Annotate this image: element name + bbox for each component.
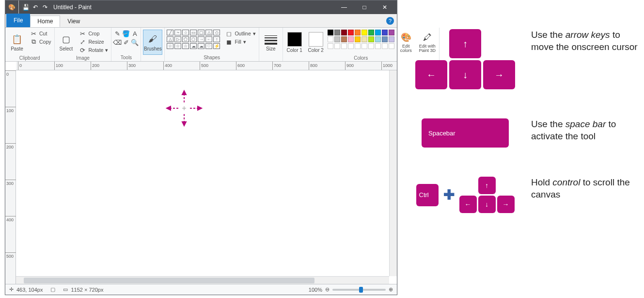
instruction-text-spacebar: Use the space bar to activate the tool — [531, 118, 640, 142]
status-cursor-pos: ✛ 463, 104px — [9, 286, 43, 293]
close-button[interactable]: ✕ — [375, 0, 395, 14]
text-tool-icon[interactable]: A — [131, 30, 139, 37]
instruction-text-arrows: Use the arrow keys to move the onscreen … — [531, 29, 640, 53]
palette-swatch[interactable] — [355, 30, 361, 35]
palette-swatch[interactable] — [375, 43, 381, 49]
ruler-horizontal: 01002003004005006007008009001000 — [16, 62, 397, 70]
palette-swatch[interactable] — [348, 36, 354, 42]
paste-label: Paste — [11, 46, 23, 51]
mini-right-arrow-key-icon: → — [497, 196, 515, 213]
maximize-button[interactable]: □ — [354, 0, 375, 14]
zoom-slider[interactable] — [332, 289, 386, 291]
scrollbar-horizontal[interactable] — [16, 276, 389, 284]
zoom-value: 100% — [309, 287, 322, 293]
minimize-button[interactable]: — — [334, 0, 354, 14]
tab-strip: File Home View ? — [5, 14, 397, 28]
picker-tool-icon[interactable]: ✐ — [122, 38, 130, 46]
palette-swatch[interactable] — [382, 43, 388, 49]
minimize-icon: — — [341, 4, 347, 11]
color2-button[interactable]: Color 2 — [306, 30, 326, 55]
palette-swatch[interactable] — [368, 43, 374, 49]
palette-swatch[interactable] — [355, 36, 361, 42]
resize-button[interactable]: ⤢Resize — [78, 38, 110, 46]
select-label: Select — [60, 46, 73, 51]
cut-button[interactable]: ✂Cut — [29, 30, 52, 37]
palette-swatch[interactable] — [328, 36, 333, 42]
ruler-vertical: 0100200300400500600 — [5, 70, 16, 284]
color2-label: Color 2 — [308, 48, 324, 53]
palette-swatch[interactable] — [334, 36, 340, 42]
palette-swatch[interactable] — [334, 43, 340, 49]
palette-swatch[interactable] — [348, 43, 354, 49]
tab-file[interactable]: File — [6, 14, 30, 27]
palette-swatch[interactable] — [361, 36, 367, 42]
ribbon-group-clipboard: 📋 Paste ✂Cut ⧉Copy Clipboard — [5, 28, 55, 61]
zoom-slider-knob[interactable] — [359, 287, 363, 293]
zoom-in-button[interactable]: ⊕ — [389, 286, 393, 293]
scroll-thumb[interactable] — [24, 278, 314, 283]
scrollbar-vertical[interactable] — [389, 70, 397, 276]
titlebar: 🎨 💾 ↶ ↷ Untitled - Paint — □ ✕ — [5, 0, 397, 14]
crop-button[interactable]: ✂Crop — [78, 30, 110, 37]
status-selection: ▢ — [50, 286, 55, 293]
fill-tool-icon[interactable]: 🪣 — [122, 30, 130, 37]
help-button[interactable]: ? — [386, 17, 394, 25]
palette-swatch[interactable] — [375, 30, 381, 35]
palette-swatch[interactable] — [389, 43, 394, 49]
work-area: 0100200300400500600 — [5, 70, 397, 284]
palette-swatch[interactable] — [341, 43, 347, 49]
palette-swatch[interactable] — [368, 36, 374, 42]
brushes-label: Brushes — [144, 46, 162, 51]
color1-button[interactable]: Color 1 — [285, 30, 304, 55]
shapes-group-label: Shapes — [167, 54, 256, 61]
palette-swatch[interactable] — [389, 36, 394, 42]
palette-swatch[interactable] — [389, 30, 394, 35]
tab-home[interactable]: Home — [30, 16, 60, 27]
rotate-button[interactable]: ⟳Rotate ▾ — [78, 46, 110, 54]
color1-label: Color 1 — [287, 48, 302, 53]
selection-icon: ▢ — [50, 286, 55, 293]
brushes-button[interactable]: 🖌 Brushes — [143, 30, 162, 55]
tab-view[interactable]: View — [60, 16, 87, 27]
palette-swatch[interactable] — [368, 30, 374, 35]
crosshair-icon: ✛ — [9, 286, 14, 293]
tools-group-label: Tools — [113, 54, 139, 61]
pencil-tool-icon[interactable]: ✎ — [113, 30, 121, 37]
status-bar: ✛ 463, 104px ▢ ▭ 1152 × 720px 100% ⊖ ⊕ — [5, 284, 397, 295]
redo-icon[interactable]: ↷ — [42, 4, 48, 11]
zoom-out-button[interactable]: ⊖ — [325, 286, 330, 293]
color-palette[interactable] — [328, 30, 394, 49]
outline-button[interactable]: ◻Outline ▾ — [224, 30, 256, 37]
palette-swatch[interactable] — [382, 36, 388, 42]
palette-swatch[interactable] — [382, 30, 388, 35]
copy-button[interactable]: ⧉Copy — [29, 38, 52, 46]
edit-colors-icon: 🎨 — [400, 32, 412, 43]
palette-swatch[interactable] — [361, 30, 367, 35]
size-button[interactable]: Size — [261, 30, 281, 55]
palette-swatch[interactable] — [334, 30, 340, 35]
select-button[interactable]: ▢ Select — [57, 30, 76, 55]
fill-button[interactable]: ◼Fill ▾ — [224, 38, 256, 46]
palette-swatch[interactable] — [341, 30, 347, 35]
palette-swatch[interactable] — [348, 30, 354, 35]
palette-swatch[interactable] — [328, 43, 333, 49]
down-arrow-key-icon: ↓ — [449, 60, 481, 89]
palette-swatch[interactable] — [328, 30, 333, 35]
zoom-tool-icon[interactable]: 🔍 — [131, 38, 139, 46]
paste-button[interactable]: 📋 Paste — [7, 30, 27, 55]
eraser-tool-icon[interactable]: ⌫ — [113, 38, 121, 46]
undo-icon[interactable]: ↶ — [32, 4, 39, 11]
palette-swatch[interactable] — [375, 36, 381, 42]
left-arrow-key-icon: ← — [415, 60, 447, 89]
palette-swatch[interactable] — [341, 36, 347, 42]
image-group-label: Image — [57, 55, 110, 62]
canvas[interactable] — [16, 70, 397, 284]
shape-gallery[interactable]: ╱~○▭▢△◇ △▷⬠⬡→←↑ ☆☆☆☁☁♡⚡ — [167, 30, 220, 49]
arrow-keys-graphic: ↑ ← ↓ → — [415, 29, 515, 89]
quick-access-toolbar: 🎨 💾 ↶ ↷ — [8, 0, 48, 15]
right-arrow-key-icon: → — [483, 60, 515, 89]
palette-swatch[interactable] — [355, 43, 361, 49]
save-icon[interactable]: 💾 — [22, 4, 29, 11]
palette-swatch[interactable] — [361, 43, 367, 49]
window-title: Untitled - Paint — [53, 4, 92, 11]
